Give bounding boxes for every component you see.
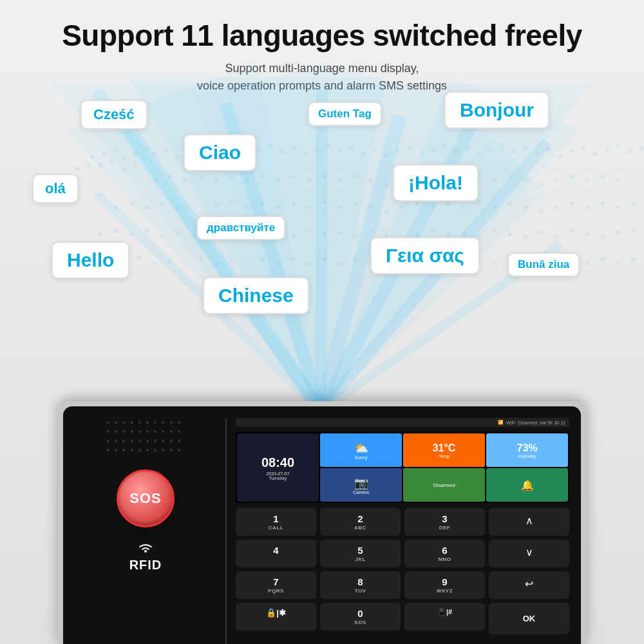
key-5[interactable]: 5JKL [320, 540, 401, 567]
panel-divider [225, 418, 227, 644]
key-1[interactable]: 1CALL [236, 508, 316, 536]
bubble-zdravstvuyte: дравствуйте [196, 216, 285, 240]
key-7[interactable]: 7PQRS [236, 571, 316, 599]
bubble-ciao: Ciao [184, 134, 256, 171]
key-hash[interactable]: 📱|# [404, 603, 485, 630]
page-container: Support 11 languages switched freely Sup… [0, 0, 644, 644]
device-screen: 08:40 2023-07-07 Tuesday ⛅ Sunny 31°C Te… [236, 432, 569, 503]
device-inner: // Generate speaker dots via JS after DO… [63, 406, 581, 644]
device-container: // Generate speaker dots via JS after DO… [58, 401, 586, 644]
key-3[interactable]: 3DEF [404, 508, 485, 536]
bubble-guten-tag: Guten Tag [308, 102, 382, 126]
key-4[interactable]: 4 [236, 540, 316, 567]
screen-time-tile: 08:40 2023-07-07 Tuesday [237, 433, 319, 502]
key-nav-up[interactable]: ∧ [489, 508, 569, 536]
speaker-grid: // Generate speaker dots via JS after DO… [107, 421, 184, 457]
left-panel: // Generate speaker dots via JS after DO… [75, 418, 216, 585]
key-2[interactable]: 2ABC [320, 508, 401, 536]
device-outer: // Generate speaker dots via JS after DO… [58, 401, 586, 644]
screen-disarmed-tile: Disarmed [403, 468, 485, 502]
screen-weather-tile: ⛅ Sunny [320, 433, 402, 467]
rfid-label: RFID [129, 540, 162, 573]
rfid-icon [136, 540, 155, 556]
bubble-geia-sas: Γεια σας [370, 237, 480, 274]
middle-panel: 📶 WiFi Disarmed bat 5K 30 12 08:40 2023-… [236, 418, 569, 644]
key-9[interactable]: 9WXYZ [404, 571, 485, 599]
screen-status-bar: 📶 WiFi Disarmed bat 5K 30 12 [236, 418, 569, 427]
bubble-buna-ziua: Bună ziua [507, 252, 580, 277]
sos-button[interactable]: SOS [117, 469, 175, 527]
screen-temp-tile: 31°C Temp [403, 433, 485, 467]
rfid-text: RFID [129, 558, 162, 573]
svg-point-217 [144, 550, 147, 553]
key-0[interactable]: 0SOS [320, 603, 401, 630]
screen-cam-tile: 📷 Camera [320, 468, 402, 502]
bubble-bonjour: Bonjour [444, 91, 549, 129]
key-nav-down[interactable]: ∨ [489, 540, 569, 567]
key-ok[interactable]: OK [489, 603, 569, 634]
bubbles-area: Cześć Ciao Guten Tag Bonjour olá ¡Hola! … [0, 77, 644, 399]
screen-humidity-tile: 73% Humidity [486, 433, 568, 467]
bubble-ola: olá [32, 174, 79, 204]
bubble-hello: Hello [52, 242, 129, 279]
key-6[interactable]: 6MNO [404, 540, 485, 567]
bubble-chinese: Chinese [203, 277, 309, 314]
bubble-hola: ¡Hola! [393, 164, 478, 202]
key-back[interactable]: ↩ [489, 571, 569, 599]
screen-alarm-tile: 🔔 [486, 468, 568, 502]
keypad: 1CALL 2ABC 3DEF ∧ 4 [236, 508, 569, 644]
key-lock[interactable]: 🔒|✱ [236, 603, 316, 630]
key-8[interactable]: 8TUV [320, 571, 401, 599]
bubble-czesć: Cześć [80, 100, 147, 129]
